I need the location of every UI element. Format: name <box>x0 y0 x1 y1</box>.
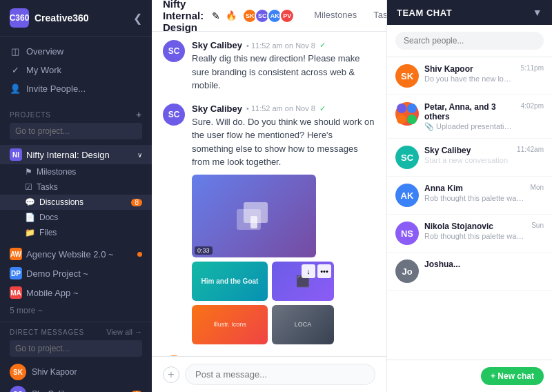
image-3[interactable]: Illustr. Icons <box>192 305 268 344</box>
project-item-agency[interactable]: AW Agency Website 2.0 ~ <box>0 244 152 264</box>
add-project-button[interactable]: + <box>136 109 142 120</box>
projects-section: PROJECTS + <box>0 106 152 142</box>
team-chat-search-input[interactable] <box>395 32 544 50</box>
tc-meta-sky: 11:42am <box>517 146 544 169</box>
msg-verified-1: ✓ <box>319 41 326 50</box>
more-projects-link[interactable]: 5 more ~ <box>0 302 152 319</box>
project-item-nifty[interactable]: NI Nifty Internal: Design ∨ <box>0 145 152 164</box>
msg-body-1: Sky Calibey • 11:52 am on Nov 8 ✓ Really… <box>192 40 375 92</box>
msg-body-2: Sky Calibey • 11:52 am on Nov 8 ✓ Sure. … <box>192 104 375 344</box>
sub-item-tasks[interactable]: ☑ Tasks <box>0 179 152 195</box>
tc-name-nikola: Nikola Stojanovic <box>424 222 526 231</box>
sub-item-tasks-label: Tasks <box>37 182 58 192</box>
tc-item-sky[interactable]: SC Sky Calibey Start a new conversation … <box>387 139 552 177</box>
nifty-project-icon: NI <box>10 148 22 161</box>
sub-item-files[interactable]: 📁 Files <box>0 225 152 240</box>
msg-time-1: • 11:52 am on Nov 8 <box>246 41 315 50</box>
attach-button[interactable]: + <box>163 366 179 383</box>
demo-project-label: Demo Project ~ <box>26 268 142 279</box>
tc-item-nikola[interactable]: NS Nikola Stojanovic Rob thought this pa… <box>387 215 552 253</box>
sub-item-discussions[interactable]: 💬 Discussions 8 <box>0 195 152 210</box>
dm-item-shiv[interactable]: SK Shiv Kapoor <box>10 361 142 383</box>
sidebar-item-invite[interactable]: 👤 Invite People... <box>0 79 152 98</box>
dm-search-input[interactable] <box>10 340 142 357</box>
image-download-button[interactable]: ↓ <box>302 264 315 278</box>
project-item-demo[interactable]: DP Demo Project ~ <box>0 264 152 283</box>
tc-avatar-joshua: Jo <box>395 259 419 283</box>
tc-body-shiv: Shiv Kapoor Do you have the new logo in … <box>424 64 515 88</box>
sidebar-collapse-button[interactable]: ❮ <box>133 12 142 25</box>
dm-avatar-shiv: SK <box>10 364 26 380</box>
sub-item-docs[interactable]: 📄 Docs <box>0 210 152 225</box>
sub-item-discussions-label: Discussions <box>39 197 83 207</box>
project-search-input[interactable] <box>10 123 142 139</box>
tc-item-shiv[interactable]: SK Shiv Kapoor Do you have the new logo … <box>387 57 552 95</box>
sidebar-header: C360 Creative360 ❮ <box>0 0 152 37</box>
tc-time-group: 4:02pm <box>521 102 544 110</box>
tasks-icon: ☑ <box>25 182 32 192</box>
image-1[interactable]: 0:33 <box>192 175 316 257</box>
dm-item-sky[interactable]: SC Sky Calibey 1 <box>10 383 142 392</box>
new-chat-button[interactable]: + New chat <box>481 367 544 385</box>
team-chat-header: TEAM CHAT ▼ <box>387 0 552 25</box>
msg-time-2: • 11:52 am on Nov 8 <box>246 104 315 112</box>
sidebar-item-mywork[interactable]: ✓ My Work <box>0 61 152 79</box>
project-item-mobile[interactable]: MA Mobile App ~ <box>0 283 152 302</box>
tc-item-joshua[interactable]: Jo Joshua... <box>387 253 552 291</box>
message-2: SC Sky Calibey • 11:52 am on Nov 8 ✓ Sur… <box>163 104 375 344</box>
team-chat-title: TEAM CHAT <box>397 8 452 18</box>
tc-name-shiv: Shiv Kapoor <box>424 64 515 74</box>
image-2[interactable]: Him and the Goat <box>192 262 268 301</box>
tc-name-group: Petar, Anna, and 3 others <box>424 102 515 121</box>
image-5[interactable]: LOCA <box>272 305 334 344</box>
tc-item-group[interactable]: Petar, Anna, and 3 others 📎 Uploaded pre… <box>387 95 552 139</box>
sidebar-item-overview-label: Overview <box>26 46 63 57</box>
msg-text-2: Sure. Will do. Do you think we should wo… <box>192 115 375 169</box>
tc-avatar-sky: SC <box>395 146 419 169</box>
tc-name-anna: Anna Kim <box>424 184 525 193</box>
sub-item-milestones[interactable]: ⚑ Milestones <box>0 164 152 179</box>
tc-body-group: Petar, Anna, and 3 others 📎 Uploaded pre… <box>424 102 515 131</box>
tc-time-sky: 11:42am <box>517 146 544 153</box>
topbar-avatars: SK SC AK PV <box>245 8 295 23</box>
tab-milestones[interactable]: Milestones <box>306 6 365 26</box>
dm-section-title: DIRECT MESSAGES <box>10 329 84 336</box>
tc-time-nikola: Sun <box>531 222 544 229</box>
discussions-icon: 💬 <box>25 197 35 207</box>
dm-section: DIRECT MESSAGES View all → SK Shiv Kapoo… <box>0 322 152 392</box>
msg-verified-2: ✓ <box>319 104 326 113</box>
sidebar-nav: ◫ Overview ✓ My Work 👤 Invite People... <box>0 37 152 104</box>
tc-avatar-nikola: NS <box>395 222 419 245</box>
svg-rect-2 <box>250 216 257 228</box>
tc-meta-group: 4:02pm <box>521 102 544 131</box>
msg-header-2: Sky Calibey • 11:52 am on Nov 8 ✓ <box>192 104 375 114</box>
app-title: Creative360 <box>34 12 128 23</box>
agency-dot <box>137 252 142 257</box>
tc-avatar-anna: AK <box>395 184 419 207</box>
agency-project-icon: AW <box>10 248 22 260</box>
image-1-timestamp: 0:33 <box>195 246 213 255</box>
mobile-project-label: Mobile App ~ <box>26 288 142 298</box>
tc-body-anna: Anna Kim Rob thought this palette wasn't… <box>424 184 525 207</box>
dm-avatar-sky: SC <box>10 386 26 392</box>
tc-time-anna: Mon <box>531 184 544 191</box>
tc-meta-shiv: 5:11pm <box>521 64 544 88</box>
tc-preview-group: 📎 Uploaded presentation.pdf <box>424 122 515 131</box>
tc-preview-anna: Rob thought this palette wasn't exactly … <box>424 194 525 202</box>
tc-name-joshua: Joshua... <box>424 259 544 269</box>
dm-view-all-link[interactable]: View all → <box>106 328 142 336</box>
edit-title-icon[interactable]: ✎ <box>212 10 220 21</box>
sidebar-item-overview[interactable]: ◫ Overview <box>0 42 152 61</box>
agency-project-label: Agency Website 2.0 ~ <box>26 249 133 259</box>
tc-item-anna[interactable]: AK Anna Kim Rob thought this palette was… <box>387 177 552 215</box>
nifty-project-label: Nifty Internal: Design <box>26 150 133 160</box>
tc-name-sky: Sky Calibey <box>424 146 511 155</box>
nifty-project-caret: ∨ <box>137 151 142 159</box>
dm-name-sky: Sky Calibey <box>32 389 126 392</box>
msg-author-1: Sky Calibey <box>192 40 242 50</box>
image-more-button[interactable]: ••• <box>317 264 331 278</box>
message-input[interactable] <box>185 364 375 385</box>
team-chat-search <box>387 25 552 57</box>
dm-header: DIRECT MESSAGES View all → <box>10 328 142 336</box>
team-chat-collapse-button[interactable]: ▼ <box>533 7 542 18</box>
